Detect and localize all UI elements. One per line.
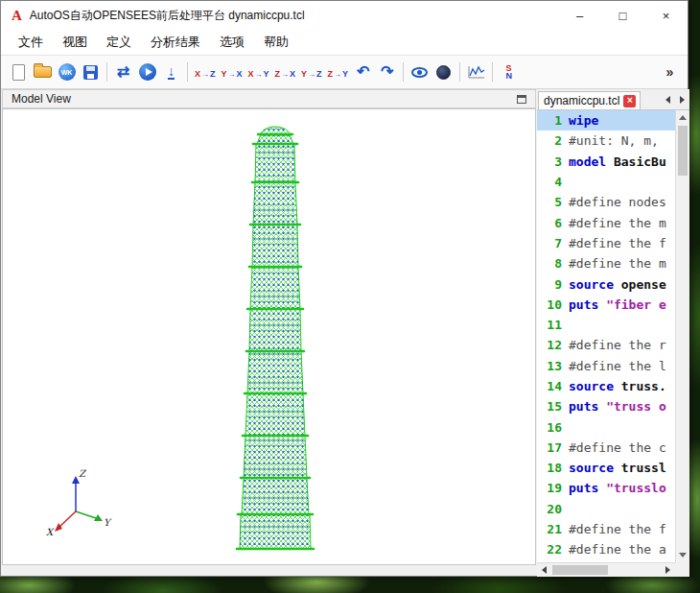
view-xz-button[interactable]: X→Z (192, 59, 219, 85)
view-zy-button[interactable]: Z→Y (325, 59, 352, 85)
wk-globe-button[interactable]: WK (55, 59, 79, 85)
code-line[interactable]: 18source trussl (537, 458, 675, 478)
tower-wireframe-model: Z Y X (3, 109, 535, 564)
save-button[interactable] (79, 59, 103, 85)
line-number: 12 (537, 338, 569, 352)
redo-button[interactable]: ↷ (375, 59, 399, 85)
minimize-button[interactable]: – (558, 1, 601, 30)
menu-item-file[interactable]: 文件 (9, 31, 53, 54)
code-line[interactable]: 6#define the m (537, 212, 675, 232)
eye-button[interactable] (408, 59, 432, 85)
right-arrow-icon (680, 96, 685, 104)
tab-scroll-left-button[interactable] (661, 91, 675, 108)
code-line[interactable]: 19puts "trusslo (537, 478, 675, 498)
code-line[interactable]: 3model BasicBu (537, 152, 675, 172)
sn-icon: SN (505, 64, 512, 80)
undo-button[interactable]: ↶ (351, 59, 375, 85)
download-button[interactable]: ↓ (159, 59, 183, 85)
code-line[interactable]: 15puts "truss o (537, 396, 675, 416)
tab-dynamiccpu[interactable]: dynamiccpu.tcl × (538, 91, 641, 109)
scroll-up-button[interactable] (676, 110, 689, 125)
new-file-button[interactable] (7, 59, 31, 85)
vertical-scroll-thumb[interactable] (678, 126, 688, 176)
code-line[interactable]: 7#define the f (537, 233, 675, 253)
tab-scroll-right-button[interactable] (675, 91, 689, 108)
view-yx-button[interactable]: Y→X (219, 59, 245, 85)
down-arrow-icon (679, 553, 687, 557)
menu-item-help[interactable]: 帮助 (254, 31, 298, 54)
line-number: 14 (537, 379, 569, 393)
sn-button[interactable]: SN (497, 59, 521, 85)
left-arrow-icon (665, 96, 670, 104)
overflow-icon: » (666, 65, 674, 79)
run-button[interactable] (135, 59, 159, 85)
line-text: puts "trusslo (569, 481, 666, 495)
code-line[interactable]: 2#unit: N, m, (537, 130, 675, 151)
code-line[interactable]: 9source opense (537, 273, 675, 294)
horizontal-scroll-thumb[interactable] (552, 565, 608, 575)
line-text: source trussl (569, 461, 666, 475)
line-text: model BasicBu (569, 154, 666, 169)
desktop-wallpaper: A AutoOS自动OPENSEES前后处理平台 dynamiccpu.tcl … (0, 0, 700, 593)
menu-item-analysis-results[interactable]: 分析结果 (141, 31, 210, 54)
axis-y-label: Y (104, 517, 112, 528)
open-file-icon (34, 66, 52, 78)
tab-close-button[interactable]: × (623, 95, 636, 107)
float-panel-icon[interactable] (517, 95, 526, 104)
scroll-left-button[interactable] (537, 563, 551, 577)
line-number: 8 (537, 256, 569, 271)
line-text: puts "truss o (569, 399, 666, 414)
line-number: 15 (537, 399, 569, 414)
code-line[interactable]: 22#define the a (537, 539, 675, 559)
maximize-button[interactable]: □ (601, 1, 644, 30)
line-number: 17 (537, 440, 569, 455)
code-line[interactable]: 4 (537, 172, 675, 192)
scroll-down-button[interactable] (676, 548, 689, 562)
model-view-canvas[interactable]: Z Y X (2, 108, 536, 565)
menu-item-view[interactable]: 视图 (53, 31, 97, 54)
code-line[interactable]: 11 (537, 315, 675, 335)
left-arrow-icon (542, 566, 547, 574)
line-text: #define the f (569, 522, 666, 536)
code-line[interactable]: 14source truss. (537, 376, 675, 396)
code-line[interactable]: 21#define the f (537, 519, 675, 539)
download-icon: ↓ (168, 64, 175, 80)
code-editor[interactable]: 1wipe2#unit: N, m,3model BasicBu45#defin… (537, 110, 689, 577)
code-line[interactable]: 10puts "fiber e (537, 295, 675, 315)
code-line[interactable]: 20 (537, 499, 675, 519)
code-line[interactable]: 17#define the c (537, 438, 675, 458)
line-number: 11 (537, 318, 569, 332)
code-line[interactable]: 16 (537, 416, 675, 437)
menu-item-define[interactable]: 定义 (97, 31, 141, 54)
view-zx-button[interactable]: Z→X (272, 59, 299, 85)
editor-tab-bar: dynamiccpu.tcl × (537, 89, 689, 110)
up-arrow-icon (679, 115, 687, 120)
scrollbar-corner (675, 562, 689, 577)
scroll-right-button[interactable] (661, 563, 675, 577)
line-number: 21 (537, 522, 569, 536)
overflow-button[interactable]: » (658, 59, 682, 85)
view-xy-button[interactable]: X→Y (245, 59, 272, 85)
line-text: #define the c (569, 440, 666, 455)
view-yz-icon: Y→Z (301, 65, 322, 80)
content-area: Model View (2, 89, 687, 575)
record-button[interactable] (432, 59, 455, 85)
code-line[interactable]: 1wipe (537, 110, 675, 130)
line-text: source opense (569, 277, 666, 292)
code-line[interactable]: 13#define the l (537, 356, 675, 376)
open-file-button[interactable] (31, 59, 55, 85)
code-line[interactable]: 12#define the r (537, 335, 675, 355)
vertical-scrollbar[interactable] (675, 110, 689, 562)
menu-item-options[interactable]: 选项 (210, 31, 254, 54)
view-yz-button[interactable]: Y→Z (298, 59, 325, 85)
line-number: 6 (537, 216, 569, 230)
horizontal-scrollbar[interactable] (537, 562, 675, 577)
line-text: #define the m (569, 216, 666, 230)
code-line[interactable]: 5#define nodes (537, 192, 675, 212)
code-line[interactable]: 8#define the m (537, 253, 675, 273)
close-button[interactable]: × (644, 1, 688, 30)
model-view-panel: Model View (2, 89, 536, 577)
refresh-button[interactable]: ⇄ (111, 59, 135, 85)
spectrum-button[interactable] (464, 59, 488, 85)
line-text: #unit: N, m, (569, 133, 659, 148)
